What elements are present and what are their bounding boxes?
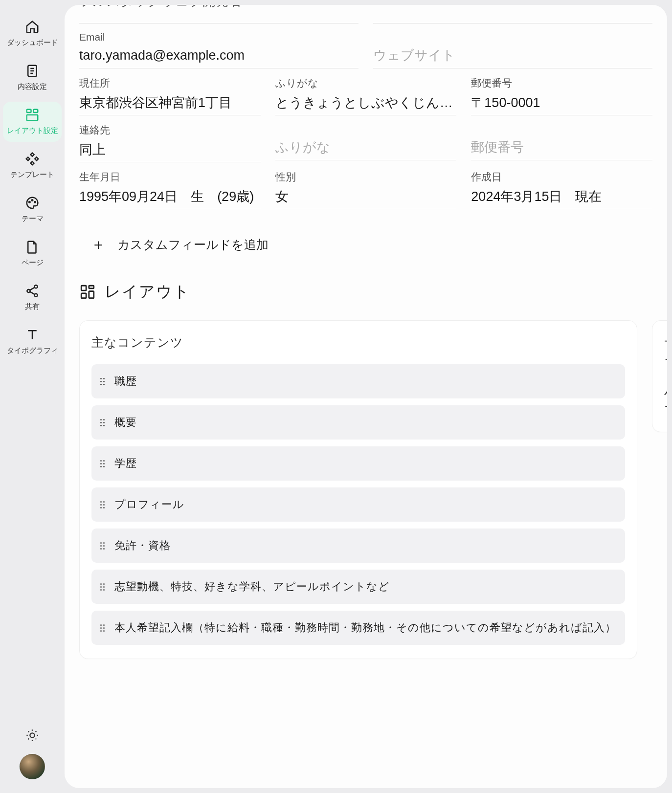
svg-rect-33 [81, 293, 86, 298]
sidebar-item-layout[interactable]: レイアウト設定 [3, 102, 62, 142]
address-input[interactable] [79, 92, 261, 115]
sidebar-item-dashboard[interactable]: ダッシュボード [3, 14, 62, 54]
postal1-input[interactable] [471, 92, 652, 115]
svg-line-24 [28, 731, 29, 732]
dob-input[interactable] [79, 186, 261, 209]
main-content-card: 主なコンテンツ 職歴概要学歴プロフィール免許・資格志望動機、特技、好きな学科、ア… [79, 320, 637, 659]
svg-rect-4 [27, 110, 31, 112]
layout-item-label: プロフィール [114, 497, 616, 512]
sidebar-item-label: テンプレート [10, 170, 54, 179]
layout-item-label: 免許・資格 [114, 538, 616, 553]
layout-item[interactable]: 職歴 [91, 364, 625, 398]
created-input[interactable] [471, 186, 652, 209]
svg-line-29 [36, 731, 37, 732]
svg-line-28 [28, 739, 29, 740]
drag-handle-icon[interactable] [100, 583, 105, 591]
sidebar-item-page[interactable]: ページ [3, 234, 62, 274]
add-custom-field-button[interactable]: ＋ カスタムフィールドを追加 [79, 217, 652, 264]
svg-rect-6 [27, 115, 38, 120]
headline-field[interactable]: フルスタックウェブ開発者 [79, 5, 358, 23]
address-label: 現住所 [79, 76, 261, 90]
contact-field-wrapper: 連絡先 [79, 123, 261, 162]
plus-icon: ＋ [91, 235, 106, 255]
layout-heading-icon [79, 284, 96, 300]
drag-handle-icon[interactable] [100, 378, 105, 385]
layout-item[interactable]: 概要 [91, 405, 625, 440]
website-input[interactable] [373, 45, 652, 68]
main-panel: フルスタックウェブ開発者 03-1234-5678 Email 現住所 ふりがな… [65, 5, 667, 788]
add-custom-label: カスタムフィールドを追加 [117, 237, 269, 253]
theme-toggle-icon[interactable] [25, 728, 39, 744]
drag-handle-icon[interactable] [100, 542, 105, 550]
created-field-wrapper: 作成日 [471, 170, 652, 209]
sidebar-item-content[interactable]: 内容設定 [3, 58, 62, 98]
sidebar-content-card: サイドバー [652, 320, 667, 432]
sidebar-item-theme[interactable]: テーマ [3, 190, 62, 230]
sidebar-item-share[interactable]: 共有 [3, 278, 62, 318]
template-icon [25, 152, 40, 166]
drag-handle-icon[interactable] [100, 624, 105, 632]
gender-label: 性別 [275, 170, 457, 184]
contact-input[interactable] [79, 139, 261, 162]
dob-label: 生年月日 [79, 170, 261, 184]
share-icon [25, 284, 40, 298]
page-icon [25, 240, 40, 254]
layout-item[interactable]: 志望動機、特技、好きな学科、アピールポイントなど [91, 570, 625, 604]
sidebar-item-template[interactable]: テンプレート [3, 146, 62, 186]
postal2-input[interactable] [471, 137, 652, 160]
drag-handle-icon[interactable] [100, 460, 105, 467]
svg-point-11 [29, 201, 30, 203]
gender-field-wrapper: 性別 [275, 170, 457, 209]
layout-item[interactable]: プロフィール [91, 487, 625, 522]
layout-item[interactable]: 本人希望記入欄（特に給料・職種・勤務時間・勤務地・その他についての希望などがあれ… [91, 611, 625, 645]
main-content-title: 主なコンテンツ [91, 334, 625, 351]
layout-item-label: 学歴 [114, 456, 616, 471]
dob-field-wrapper: 生年月日 [79, 170, 261, 209]
drag-handle-icon[interactable] [100, 419, 105, 426]
palette-icon [25, 196, 40, 210]
layout-item[interactable]: 学歴 [91, 446, 625, 481]
email-field-wrapper: Email [79, 31, 358, 68]
furigana2-field-wrapper [275, 123, 457, 162]
drag-handle-icon[interactable] [100, 501, 105, 508]
sidebar-content-title: サイドバー [664, 334, 667, 415]
sidebar-item-label: ダッシュボード [7, 38, 58, 47]
sidebar-item-label: ページ [22, 258, 44, 267]
svg-point-21 [30, 733, 34, 737]
gender-input[interactable] [275, 186, 457, 209]
svg-line-18 [30, 292, 35, 295]
layout-item[interactable]: 免許・資格 [91, 529, 625, 563]
furigana2-label [275, 123, 457, 135]
phone-field[interactable]: 03-1234-5678 [373, 5, 652, 23]
svg-rect-9 [35, 157, 38, 160]
svg-rect-5 [34, 110, 38, 112]
layout-item-label: 職歴 [114, 374, 616, 389]
furigana1-label: ふりがな [275, 76, 457, 90]
document-icon [25, 64, 40, 78]
user-avatar[interactable] [20, 754, 45, 779]
sidebar-item-typography[interactable]: タイポグラフィ [3, 322, 62, 362]
svg-point-14 [34, 285, 37, 288]
website-field-wrapper [373, 31, 652, 68]
furigana1-input[interactable] [275, 92, 457, 115]
postal2-label [471, 123, 652, 135]
svg-line-17 [30, 287, 35, 290]
contact-label: 連絡先 [79, 123, 261, 137]
postal1-field-wrapper: 郵便番号 [471, 76, 652, 115]
svg-rect-10 [30, 161, 34, 165]
layout-heading: レイアウト [79, 281, 652, 303]
sidebar-item-label: レイアウト設定 [7, 126, 58, 135]
layout-item-label: 志望動機、特技、好きな学科、アピールポイントなど [114, 579, 616, 594]
svg-rect-7 [30, 153, 34, 156]
svg-rect-32 [89, 291, 94, 298]
svg-point-15 [27, 289, 30, 292]
email-input[interactable] [79, 45, 358, 68]
app-sidebar: ダッシュボード 内容設定 レイアウト設定 テンプレート テーマ ページ 共有 [0, 0, 65, 793]
svg-rect-31 [89, 286, 94, 288]
furigana1-field-wrapper: ふりがな [275, 76, 457, 115]
home-icon [25, 20, 40, 34]
furigana2-input[interactable] [275, 137, 457, 160]
sidebar-item-label: タイポグラフィ [7, 346, 58, 355]
website-label [373, 31, 652, 43]
sidebar-item-label: 内容設定 [18, 82, 47, 91]
